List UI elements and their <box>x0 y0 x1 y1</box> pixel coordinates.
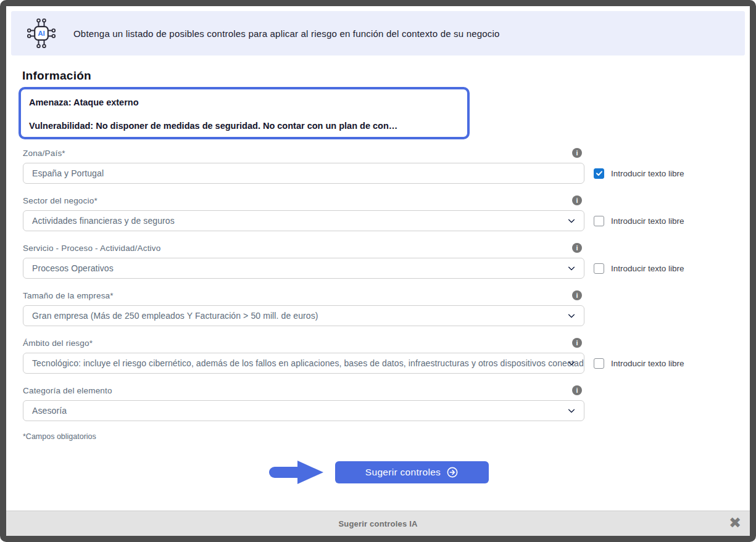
dialog-footer: Sugerir controles IA ✖ <box>6 511 750 536</box>
ai-chip-icon: AI <box>25 17 58 50</box>
suggest-controls-form: Zona/País* i España y Portugal Introduci… <box>23 147 750 421</box>
servicio-proceso-value: Procesos Operativos <box>32 263 114 273</box>
free-text-checkbox-ambito-riesgo[interactable] <box>594 358 604 369</box>
threat-text: Amenaza: Ataque externo <box>29 97 457 109</box>
field-row-tamano-empresa: Tamaño de la empresa* i Gran empresa (Má… <box>23 290 750 326</box>
ambito-riesgo-label: Ámbito del riesgo* <box>23 339 93 348</box>
field-row-sector-negocio: Sector del negocio* i Actividades financ… <box>23 195 750 231</box>
chevron-down-icon <box>568 406 575 413</box>
sector-negocio-label: Sector del negocio* <box>23 196 98 205</box>
categoria-elemento-label: Categoría del elemento <box>23 386 112 395</box>
ai-banner: AI Obtenga un listado de posibles contro… <box>11 11 745 55</box>
submit-row: Sugerir controles <box>6 459 750 485</box>
free-text-checkbox-label: Introducir texto libre <box>611 264 684 273</box>
ambito-riesgo-value: Tecnológico: incluye el riesgo cibernéti… <box>32 358 584 368</box>
tamano-empresa-value: Gran empresa (Más de 250 empleados Y Fac… <box>32 311 318 321</box>
free-text-checkbox-label: Introducir texto libre <box>611 359 684 368</box>
zona-pais-value: España y Portugal <box>32 168 104 178</box>
sector-negocio-value: Actividades financieras y de seguros <box>32 216 175 226</box>
close-icon[interactable]: ✖ <box>729 515 741 530</box>
servicio-proceso-label: Servicio - Proceso - Actividad/Activo <box>23 244 160 253</box>
info-icon[interactable]: i <box>572 338 582 348</box>
free-text-checkbox-sector-negocio[interactable] <box>594 216 604 226</box>
chevron-down-icon <box>568 311 575 318</box>
risk-info-box: Amenaza: Ataque externo Vulnerabilidad: … <box>19 87 470 139</box>
categoria-elemento-select[interactable]: Asesoría <box>23 400 584 421</box>
free-text-checkbox-zona-pais[interactable] <box>594 168 604 179</box>
vulnerability-text: Vulnerabilidad: No disponer de medidas d… <box>29 120 457 132</box>
page-title: Información <box>22 69 750 83</box>
suggest-controls-button[interactable]: Sugerir controles <box>335 461 489 483</box>
info-icon[interactable]: i <box>572 290 582 300</box>
field-row-ambito-riesgo: Ámbito del riesgo* i Tecnológico: incluy… <box>23 337 750 374</box>
chevron-down-icon <box>568 264 575 271</box>
arrow-right-circle-icon <box>447 467 458 478</box>
suggest-controls-button-label: Sugerir controles <box>365 467 441 478</box>
annotation-arrow-icon <box>268 459 325 485</box>
svg-text:AI: AI <box>38 29 45 37</box>
chevron-down-icon <box>568 216 575 223</box>
field-row-zona-pais: Zona/País* i España y Portugal Introduci… <box>23 147 750 184</box>
ambito-riesgo-select[interactable]: Tecnológico: incluye el riesgo cibernéti… <box>23 353 584 374</box>
info-icon[interactable]: i <box>572 385 582 395</box>
servicio-proceso-select[interactable]: Procesos Operativos <box>23 258 584 279</box>
checkmark-icon <box>596 170 603 177</box>
info-icon[interactable]: i <box>572 148 582 158</box>
info-icon[interactable]: i <box>572 243 582 253</box>
zona-pais-input[interactable]: España y Portugal <box>23 163 584 184</box>
tamano-empresa-select[interactable]: Gran empresa (Más de 250 empleados Y Fac… <box>23 305 584 326</box>
free-text-checkbox-label: Introducir texto libre <box>611 216 684 226</box>
tamano-empresa-label: Tamaño de la empresa* <box>23 291 114 300</box>
required-fields-note: *Campos obligatorios <box>23 432 750 441</box>
free-text-checkbox-label: Introducir texto libre <box>611 169 684 178</box>
sector-negocio-select[interactable]: Actividades financieras y de seguros <box>23 210 584 231</box>
field-row-categoria-elemento: Categoría del elemento i Asesoría <box>23 385 750 421</box>
info-icon[interactable]: i <box>572 195 582 205</box>
categoria-elemento-value: Asesoría <box>32 406 67 416</box>
field-row-servicio-proceso: Servicio - Proceso - Actividad/Activo i … <box>23 242 750 279</box>
free-text-checkbox-servicio-proceso[interactable] <box>594 263 604 274</box>
zona-pais-label: Zona/País* <box>23 149 65 158</box>
suggest-controls-dialog: AI Obtenga un listado de posibles contro… <box>0 0 756 542</box>
banner-text: Obtenga un listado de posibles controles… <box>73 28 500 39</box>
dialog-title: Sugerir controles IA <box>338 519 417 528</box>
